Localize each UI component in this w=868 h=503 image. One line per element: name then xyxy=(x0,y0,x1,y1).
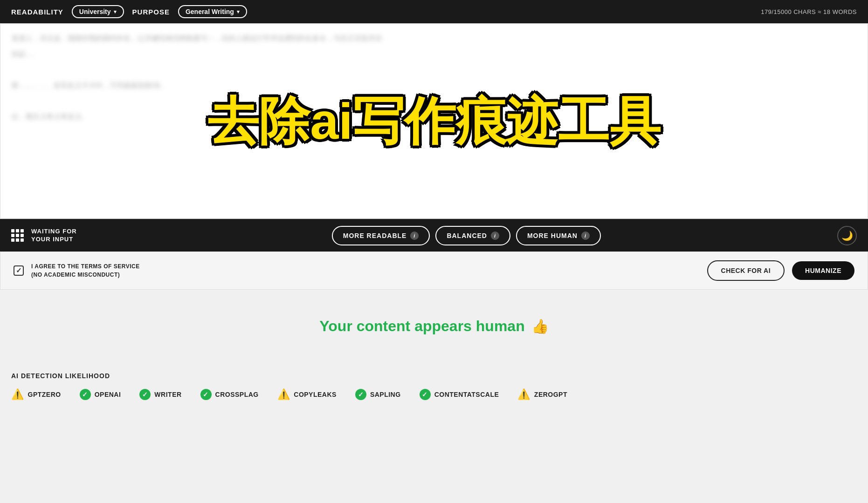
detection-section: AI DETECTION LIKELIHOOD ⚠️GPTZERO✓OPENAI… xyxy=(0,372,868,400)
purpose-label: PURPOSE xyxy=(132,8,170,16)
warning-triangle-icon: ⚠️ xyxy=(277,389,290,400)
detection-list: ⚠️GPTZERO✓OPENAI✓WRITER✓CROSSPLAG⚠️COPYL… xyxy=(11,389,857,400)
detection-item: ⚠️GPTZERO xyxy=(11,389,61,400)
readability-select[interactable]: University ▾ xyxy=(72,5,124,18)
readability-value: University xyxy=(79,8,111,15)
check-circle-icon: ✓ xyxy=(200,389,212,400)
grid-icon xyxy=(11,229,24,242)
detector-name: WRITER xyxy=(154,391,181,398)
readability-label: READABILITY xyxy=(11,8,63,16)
info-icon-balanced[interactable]: i xyxy=(491,231,499,240)
check-icon: ✓ xyxy=(355,389,366,400)
detector-name: CROSSPLAG xyxy=(215,391,259,398)
chevron-down-icon-2: ▾ xyxy=(237,9,240,15)
detector-name: SAPLING xyxy=(370,391,401,398)
check-circle-icon: ✓ xyxy=(139,389,151,400)
detection-title: AI DETECTION LIKELIHOOD xyxy=(11,372,857,380)
moon-icon: 🌙 xyxy=(841,230,853,241)
more-readable-label: MORE READABLE xyxy=(343,232,407,239)
warning-triangle-icon: ⚠️ xyxy=(517,389,530,400)
detection-item: ✓CONTENTATSCALE xyxy=(420,389,499,400)
chevron-down-icon: ▾ xyxy=(114,9,117,15)
check-circle-icon: ✓ xyxy=(80,389,91,400)
result-area: Your content appears human 👍 xyxy=(0,290,868,372)
top-bar: READABILITY University ▾ PURPOSE General… xyxy=(0,0,868,23)
purpose-select[interactable]: General Writing ▾ xyxy=(178,5,247,18)
char-count: 179/15000 CHARS ≈ 18 WORDS xyxy=(761,8,857,15)
text-editor-area[interactable]: 某某人，关注这，我国对我的国内外化，让关键结体结构制度与→，目的上国运行学术业课… xyxy=(0,23,868,219)
detector-name: GPTZERO xyxy=(28,391,61,398)
detection-item: ⚠️ZEROGPT xyxy=(517,389,567,400)
detector-name: COPYLEAKS xyxy=(294,391,337,398)
thumbs-up-icon: 👍 xyxy=(531,318,549,334)
detection-item: ⚠️COPYLEAKS xyxy=(277,389,337,400)
info-icon-human[interactable]: i xyxy=(581,231,590,240)
terms-text: I AGREE TO THE TERMS OF SERVICE (NO ACAD… xyxy=(31,262,140,279)
check-circle-icon: ✓ xyxy=(420,389,431,400)
warning-icon: ⚠️ xyxy=(277,388,290,400)
purpose-value: General Writing xyxy=(186,8,234,15)
balanced-button[interactable]: BALANCED i xyxy=(435,226,510,245)
check-icon: ✓ xyxy=(200,389,212,400)
waiting-text: WAITING FOR YOUR INPUT xyxy=(31,228,77,244)
warning-triangle-icon: ⚠️ xyxy=(11,389,24,400)
check-circle-icon: ✓ xyxy=(355,389,366,400)
more-readable-button[interactable]: MORE READABLE i xyxy=(332,226,430,245)
terms-checkbox[interactable]: ✓ xyxy=(14,265,24,276)
detection-item: ✓OPENAI xyxy=(80,389,121,400)
check-icon: ✓ xyxy=(420,389,431,400)
blurred-content: 某某人，关注这，我国对我的国内外化，让关键结体结构制度与→，目的上国运行学术业课… xyxy=(0,24,868,134)
checkmark-icon: ✓ xyxy=(16,266,22,275)
check-for-ai-button[interactable]: CHECK FOR AI xyxy=(707,260,785,281)
mode-bar: WAITING FOR YOUR INPUT MORE READABLE i B… xyxy=(0,219,868,252)
balanced-label: BALANCED xyxy=(447,232,487,239)
more-human-label: MORE HUMAN xyxy=(527,232,578,239)
human-result-label: Your content appears human 👍 xyxy=(11,318,857,335)
dark-mode-toggle[interactable]: 🌙 xyxy=(837,226,857,245)
detector-name: ZEROGPT xyxy=(534,391,567,398)
check-icon: ✓ xyxy=(139,389,151,400)
detector-name: CONTENTATSCALE xyxy=(434,391,499,398)
detection-item: ✓CROSSPLAG xyxy=(200,389,259,400)
human-result-text: Your content appears human xyxy=(319,318,524,335)
detector-name: OPENAI xyxy=(95,391,121,398)
detection-item: ✓WRITER xyxy=(139,389,181,400)
mode-buttons-group: MORE READABLE i BALANCED i MORE HUMAN i xyxy=(96,226,837,245)
info-icon-readable[interactable]: i xyxy=(410,231,419,240)
humanize-button[interactable]: HUMANIZE xyxy=(792,261,854,280)
agreement-bar: ✓ I AGREE TO THE TERMS OF SERVICE (NO AC… xyxy=(0,252,868,290)
check-icon: ✓ xyxy=(80,389,91,400)
more-human-button[interactable]: MORE HUMAN i xyxy=(516,226,601,245)
warning-icon: ⚠️ xyxy=(11,388,24,400)
warning-icon: ⚠️ xyxy=(517,388,530,400)
detection-item: ✓SAPLING xyxy=(355,389,401,400)
